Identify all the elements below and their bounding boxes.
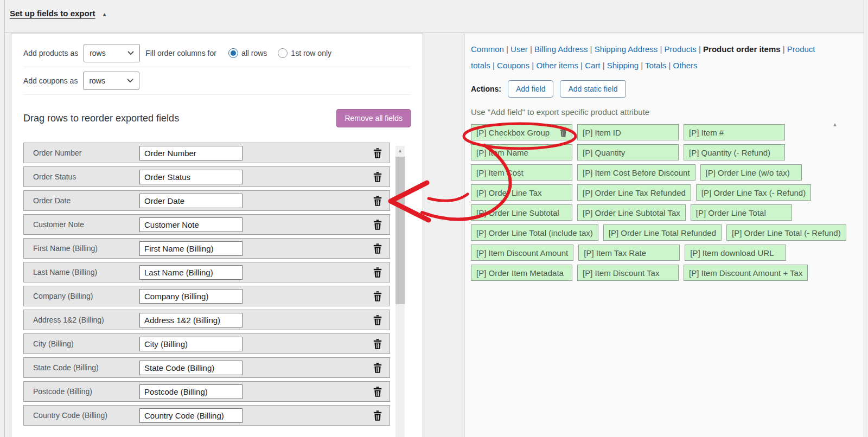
- field-column-name-input[interactable]: [139, 289, 242, 304]
- delete-field-button[interactable]: [373, 267, 382, 278]
- delete-field-button[interactable]: [373, 387, 382, 397]
- product-field-button[interactable]: [P] Order Line Tax: [471, 184, 572, 201]
- delete-field-button[interactable]: [373, 220, 382, 230]
- nav-tab-others[interactable]: Others: [673, 61, 698, 70]
- product-field-button[interactable]: [P] Quantity (- Refund): [684, 144, 785, 160]
- field-column-name-input[interactable]: [139, 146, 242, 160]
- field-column-name-input[interactable]: [139, 384, 242, 399]
- chevron-down-icon: [127, 79, 133, 83]
- product-field-button[interactable]: [P] Item Discount Tax: [577, 265, 679, 281]
- add-field-button[interactable]: Add field: [508, 80, 553, 98]
- product-field-button[interactable]: [P] Item Tax Rate: [578, 245, 680, 261]
- table-row[interactable]: Address 1&2 (Billing): [23, 310, 390, 330]
- field-column-name-input[interactable]: [139, 170, 242, 184]
- field-column-name-input[interactable]: [139, 194, 242, 208]
- product-field-button[interactable]: [P] Order Line Subtotal Tax: [577, 204, 686, 221]
- table-row[interactable]: Customer Note: [23, 214, 390, 235]
- nav-tab-product-order-items[interactable]: Product order items: [703, 44, 781, 54]
- product-field-button[interactable]: [P] Order Line Tax Refunded: [577, 184, 691, 201]
- product-field-button[interactable]: [P] Order Line Tax (- Refund): [696, 184, 811, 201]
- delete-field-button[interactable]: [373, 363, 382, 373]
- all-rows-radio-label[interactable]: all rows: [241, 49, 267, 57]
- all-rows-radio[interactable]: [228, 48, 238, 58]
- product-field-button[interactable]: [P] Order Item Metadata: [471, 265, 572, 281]
- annotation-arrow-notch: [429, 194, 468, 201]
- delete-field-button[interactable]: [373, 243, 382, 254]
- product-field-button[interactable]: [P] Order Line Total: [691, 204, 792, 221]
- table-row[interactable]: First Name (Billing): [23, 238, 390, 259]
- field-column-name-input[interactable]: [139, 361, 242, 375]
- product-field-row: [P] Order Item Metadata[P] Item Discount…: [471, 265, 864, 281]
- field-column-name-input[interactable]: [139, 408, 242, 423]
- scrollbar[interactable]: ▲: [395, 146, 405, 437]
- nav-tab-common[interactable]: Common: [471, 44, 504, 54]
- add-static-field-button[interactable]: Add static field: [560, 80, 626, 98]
- table-row[interactable]: Country Code (Billing): [23, 405, 390, 426]
- nav-tab-cart[interactable]: Cart: [585, 61, 600, 70]
- scrollbar-thumb[interactable]: [395, 157, 405, 304]
- product-field-label: [P] Checkbox Group: [476, 128, 550, 137]
- table-row[interactable]: State Code (Billing): [23, 357, 390, 378]
- delete-field-button[interactable]: [373, 196, 382, 206]
- product-field-button-circled[interactable]: [P] Checkbox Group: [471, 124, 572, 140]
- product-field-button[interactable]: [P] Item Cost: [471, 164, 572, 181]
- table-row[interactable]: Order Status: [23, 166, 390, 187]
- table-row[interactable]: Postcode (Billing): [23, 381, 390, 402]
- product-field-row: [P] Order Line Subtotal[P] Order Line Su…: [471, 204, 864, 221]
- delete-field-button[interactable]: [373, 291, 382, 301]
- product-field-button[interactable]: [P] Item Name: [471, 144, 572, 160]
- product-field-button[interactable]: [P] Order Line Total Refunded: [603, 224, 722, 241]
- table-row[interactable]: Last Name (Billing): [23, 262, 390, 282]
- page-title[interactable]: Set up fields to export: [10, 9, 95, 18]
- section-toggle[interactable]: Set up fields to export ▲: [10, 9, 107, 18]
- product-field-button[interactable]: [P] Item #: [684, 124, 785, 140]
- delete-field-button[interactable]: [373, 315, 382, 325]
- product-field-button[interactable]: [P] Item ID: [577, 124, 679, 140]
- add-products-select[interactable]: rows: [84, 44, 140, 62]
- scroll-up-icon[interactable]: ▲: [830, 121, 840, 127]
- scroll-up-icon[interactable]: ▲: [395, 147, 405, 154]
- delete-field-button[interactable]: [373, 172, 382, 182]
- nav-tab-shipping-address[interactable]: Shipping Address: [595, 44, 658, 54]
- product-field-row: [P] Item Name[P] Quantity[P] Quantity (-…: [471, 144, 864, 160]
- nav-tab-shipping[interactable]: Shipping: [607, 61, 639, 70]
- delete-field-button[interactable]: [373, 148, 382, 158]
- nav-tab-totals[interactable]: Totals: [645, 61, 666, 70]
- product-field-button[interactable]: [P] Order Line (w/o tax): [700, 164, 802, 181]
- field-column-name-input[interactable]: [139, 313, 242, 327]
- delete-field-button[interactable]: [373, 339, 382, 349]
- table-row[interactable]: Order Number: [23, 143, 390, 163]
- collapse-caret-icon[interactable]: ▲: [102, 11, 107, 17]
- table-row[interactable]: City (Billing): [23, 333, 390, 354]
- trash-icon[interactable]: [560, 128, 567, 137]
- trash-icon: [373, 196, 382, 206]
- first-row-only-radio-label[interactable]: 1st row only: [291, 49, 331, 57]
- table-row[interactable]: Order Date: [23, 190, 390, 211]
- product-field-label: [P] Item Tax Rate: [584, 248, 646, 258]
- remove-all-fields-button[interactable]: Remove all fields: [336, 109, 411, 127]
- table-row[interactable]: Company (Billing): [23, 286, 390, 306]
- field-column-name-input[interactable]: [139, 265, 242, 280]
- nav-tab-products[interactable]: Products: [665, 44, 697, 54]
- field-column-name-input[interactable]: [139, 217, 242, 232]
- product-field-button[interactable]: [P] Order Line Total (- Refund): [726, 224, 846, 241]
- nav-tab-billing-address[interactable]: Billing Address: [534, 44, 588, 54]
- first-row-only-radio[interactable]: [278, 48, 288, 58]
- delete-field-button[interactable]: [373, 410, 382, 421]
- field-row-label: Country Code (Billing): [24, 411, 139, 420]
- product-field-button[interactable]: [P] Item Discount Amount: [471, 245, 573, 261]
- product-field-button[interactable]: [P] Item Discount Amount + Tax: [684, 265, 808, 281]
- product-field-button[interactable]: [P] Item Cost Before Discount: [577, 164, 695, 181]
- nav-tab-coupons[interactable]: Coupons: [497, 61, 529, 70]
- field-column-name-input[interactable]: [139, 241, 242, 256]
- add-coupons-select[interactable]: rows: [83, 72, 139, 90]
- nav-tab-other-items[interactable]: Other items: [536, 61, 578, 70]
- field-row-label: Order Number: [24, 149, 139, 157]
- nav-tab-user[interactable]: User: [510, 44, 528, 54]
- nav-separator: |: [781, 44, 787, 54]
- field-column-name-input[interactable]: [139, 337, 242, 351]
- product-field-button[interactable]: [P] Order Line Subtotal: [471, 204, 572, 221]
- product-field-button[interactable]: [P] Order Line Total (include tax): [471, 224, 598, 241]
- product-field-button[interactable]: [P] Item download URL: [685, 245, 786, 261]
- product-field-button[interactable]: [P] Quantity: [577, 144, 679, 160]
